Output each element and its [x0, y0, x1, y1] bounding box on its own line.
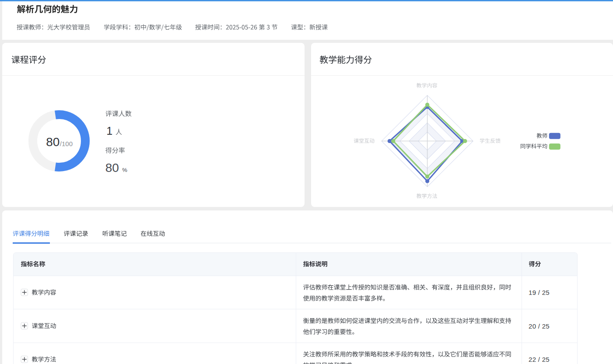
svg-text:80: 80: [46, 135, 60, 149]
svg-text:20 / 25: 20 / 25: [529, 322, 550, 330]
svg-text:22 / 25: 22 / 25: [529, 356, 550, 363]
svg-text:%: %: [122, 167, 127, 173]
svg-text:80: 80: [105, 161, 119, 175]
svg-text:/100: /100: [60, 140, 73, 147]
svg-text:1: 1: [106, 125, 112, 137]
svg-text:19 / 25: 19 / 25: [529, 289, 550, 296]
